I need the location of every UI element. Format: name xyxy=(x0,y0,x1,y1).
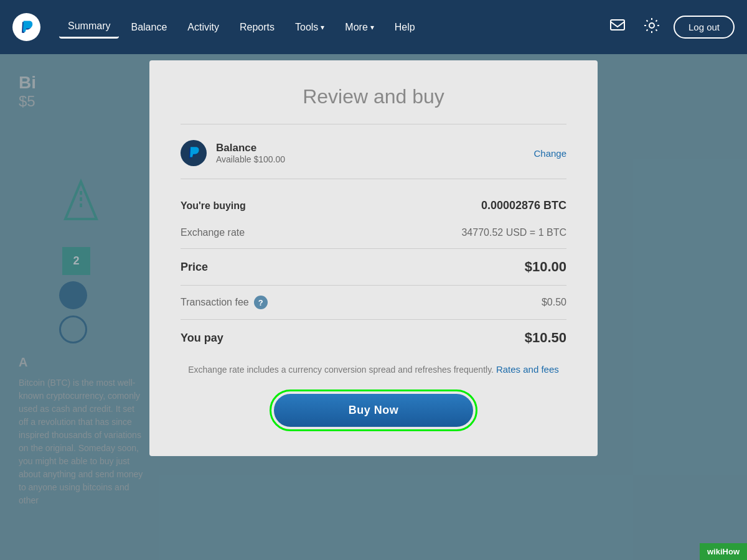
svg-rect-0 xyxy=(611,20,624,30)
nav-balance[interactable]: Balance xyxy=(122,17,176,38)
transaction-fee-help-icon[interactable]: ? xyxy=(254,296,268,309)
youre-buying-value: 0.00002876 BTC xyxy=(481,199,566,212)
divider-2 xyxy=(181,285,566,286)
buy-now-button[interactable]: Buy Now xyxy=(274,394,474,427)
price-label: Price xyxy=(181,261,208,274)
settings-button[interactable] xyxy=(639,13,664,41)
transaction-fee-label-group: Transaction fee ? xyxy=(181,296,268,309)
youre-buying-row: You're buying 0.00002876 BTC xyxy=(181,192,566,220)
you-pay-label: You pay xyxy=(181,332,223,345)
nav-right: Log out xyxy=(605,13,735,41)
payment-info: Balance Available $100.00 xyxy=(216,142,524,164)
divider-3 xyxy=(181,319,566,320)
price-value: $10.00 xyxy=(525,259,566,275)
you-pay-row: You pay $10.50 xyxy=(181,322,566,353)
wikihow-badge: wikiHow xyxy=(700,543,747,560)
you-pay-value: $10.50 xyxy=(525,330,566,346)
modal-divider xyxy=(181,124,566,124)
modal-footer-note: Exchange rate includes a currency conver… xyxy=(181,363,566,377)
modal-overlay: Review and buy Balance Available $100.00… xyxy=(0,54,747,560)
nav-tools[interactable]: Tools xyxy=(286,17,333,38)
paypal-balance-icon xyxy=(181,140,207,166)
paypal-logo xyxy=(12,13,40,41)
nav-reports[interactable]: Reports xyxy=(231,17,283,38)
messages-button[interactable] xyxy=(605,13,630,41)
nav-activity[interactable]: Activity xyxy=(179,17,228,38)
exchange-rate-value: 34770.52 USD = 1 BTC xyxy=(461,227,566,238)
exchange-rate-label: Exchange rate xyxy=(181,227,245,238)
buy-now-outer-border: Buy Now xyxy=(270,390,478,431)
svg-point-1 xyxy=(649,23,654,28)
youre-buying-label: You're buying xyxy=(181,200,246,212)
navbar: Summary Balance Activity Reports Tools M… xyxy=(0,0,747,54)
nav-help[interactable]: Help xyxy=(386,17,424,38)
change-payment-link[interactable]: Change xyxy=(533,148,566,159)
divider-1 xyxy=(181,248,566,249)
rates-fees-link[interactable]: Rates and fees xyxy=(496,364,559,375)
page-background: Bi $5 2 A Bitcoin (BTC) is the most well… xyxy=(0,54,747,560)
transaction-fee-value: $0.50 xyxy=(542,297,566,308)
buy-now-wrapper: Buy Now xyxy=(181,390,566,431)
review-buy-modal: Review and buy Balance Available $100.00… xyxy=(149,60,598,456)
transaction-fee-label: Transaction fee xyxy=(181,297,249,308)
payment-available: Available $100.00 xyxy=(216,154,524,164)
nav-links: Summary Balance Activity Reports Tools M… xyxy=(59,16,586,39)
payment-label: Balance xyxy=(216,142,524,154)
price-row: Price $10.00 xyxy=(181,251,566,282)
payment-method-row: Balance Available $100.00 Change xyxy=(181,140,566,179)
nav-summary[interactable]: Summary xyxy=(59,16,119,39)
transaction-fee-row: Transaction fee ? $0.50 xyxy=(181,288,566,317)
logout-button[interactable]: Log out xyxy=(674,16,735,39)
exchange-rate-row: Exchange rate 34770.52 USD = 1 BTC xyxy=(181,220,566,246)
modal-title: Review and buy xyxy=(181,85,566,108)
nav-more[interactable]: More xyxy=(336,17,382,38)
